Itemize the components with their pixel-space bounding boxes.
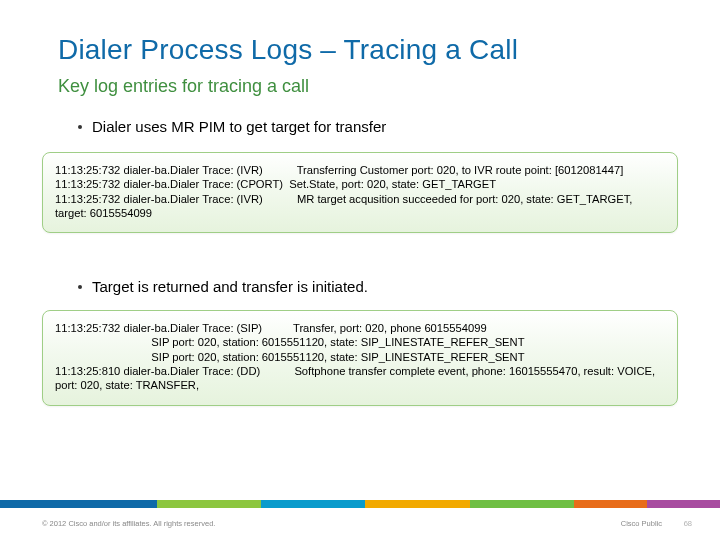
cisco-public-text: Cisco Public bbox=[621, 519, 662, 528]
footer-color-bar bbox=[0, 500, 720, 508]
copyright-text: © 2012 Cisco and/or its affiliates. All … bbox=[42, 519, 215, 528]
bullet-1-text: Dialer uses MR PIM to get target for tra… bbox=[92, 118, 386, 135]
bullet-dot-icon bbox=[78, 285, 82, 289]
slide: Dialer Process Logs – Tracing a Call Key… bbox=[0, 0, 720, 540]
footer-seg-1 bbox=[0, 500, 157, 508]
footer-seg-7 bbox=[647, 500, 720, 508]
bullet-1: Dialer uses MR PIM to get target for tra… bbox=[78, 118, 386, 135]
footer-seg-4 bbox=[365, 500, 469, 508]
footer-seg-6 bbox=[574, 500, 647, 508]
bullet-2-text: Target is returned and transfer is initi… bbox=[92, 278, 368, 295]
log-box-1-text: 11:13:25:732 dialer-ba.Dialer Trace: (IV… bbox=[55, 163, 665, 220]
bullet-2: Target is returned and transfer is initi… bbox=[78, 278, 368, 295]
slide-title: Dialer Process Logs – Tracing a Call bbox=[58, 34, 518, 66]
bullet-dot-icon bbox=[78, 125, 82, 129]
footer-seg-5 bbox=[470, 500, 574, 508]
footer-seg-3 bbox=[261, 500, 365, 508]
log-box-1: 11:13:25:732 dialer-ba.Dialer Trace: (IV… bbox=[42, 152, 678, 233]
footer-seg-2 bbox=[157, 500, 261, 508]
log-box-2-text: 11:13:25:732 dialer-ba.Dialer Trace: (SI… bbox=[55, 321, 665, 393]
slide-subtitle: Key log entries for tracing a call bbox=[58, 76, 309, 97]
page-number: 68 bbox=[684, 519, 692, 528]
log-box-2: 11:13:25:732 dialer-ba.Dialer Trace: (SI… bbox=[42, 310, 678, 406]
